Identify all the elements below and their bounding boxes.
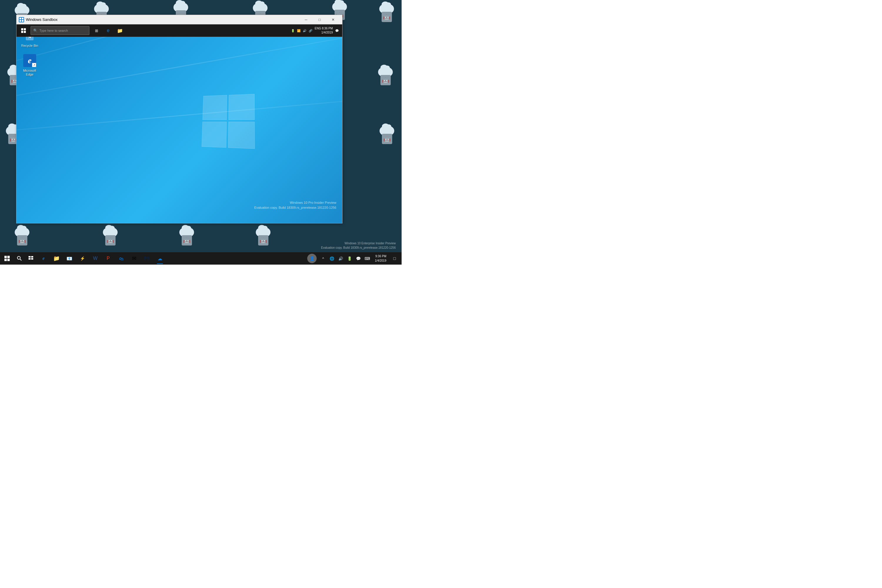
outer-outlook-icon[interactable]: 📧 xyxy=(63,252,76,265)
sandbox-tray-notification: 💬 xyxy=(335,29,339,32)
svg-rect-15 xyxy=(4,256,7,258)
svg-point-19 xyxy=(17,256,20,259)
outer-avatar[interactable]: 👤 xyxy=(307,254,316,263)
sandbox-window: Windows Sandbox ─ □ ✕ xyxy=(16,15,342,224)
outer-taskbar: e 📁 📧 ⚡ W P 🛍 ✉ PS ☁ 👤 ^ xyxy=(0,252,402,265)
sandbox-task-view[interactable]: ⊞ xyxy=(90,25,102,36)
svg-line-20 xyxy=(20,259,21,261)
svg-rect-18 xyxy=(8,259,10,261)
sandbox-taskbar-explorer[interactable]: 📁 xyxy=(114,25,126,36)
outer-tray-sound[interactable]: 🔊 xyxy=(337,252,345,265)
outer-tray-battery[interactable]: 🔋 xyxy=(345,252,354,265)
svg-rect-2 xyxy=(20,20,21,22)
sandbox-search-placeholder: Type here to search xyxy=(39,29,68,32)
outer-tray-icons: ^ 🌐 🔊 🔋 💬 ⌨ xyxy=(319,252,371,265)
outer-store-icon[interactable]: 🛍 xyxy=(115,252,128,265)
svg-rect-13 xyxy=(21,31,23,33)
outer-tray-input[interactable]: ⌨ xyxy=(363,252,371,265)
sandbox-tray-sound: 🔊 xyxy=(303,29,306,32)
outer-cmd-icon[interactable]: ⚡ xyxy=(76,252,89,265)
outer-edge-icon[interactable]: e xyxy=(37,252,50,265)
character-9 xyxy=(375,68,396,88)
microsoft-edge-label: Microsoft Edge xyxy=(21,69,39,76)
character-13 xyxy=(176,228,197,248)
sandbox-tray-link: 🔗 xyxy=(309,29,312,32)
outer-powershell-icon[interactable]: PS xyxy=(141,252,153,265)
outer-explorer-icon[interactable]: 📁 xyxy=(50,252,63,265)
outer-tray-network[interactable]: 🌐 xyxy=(328,252,336,265)
sandbox-language: ENG 8:36 PM xyxy=(315,27,333,31)
outer-pinned-apps: e 📁 📧 ⚡ W P 🛍 ✉ PS ☁ xyxy=(37,252,166,265)
outer-onedrive-icon[interactable]: ☁ xyxy=(153,252,166,265)
title-bar: Windows Sandbox ─ □ ✕ xyxy=(16,15,342,24)
outer-system-tray: 👤 ^ 🌐 🔊 🔋 💬 ⌨ 9:36 PM 1/4/2019 □ xyxy=(306,252,402,265)
microsoft-edge-icon[interactable]: e ↗ Microsoft Edge xyxy=(20,52,40,78)
windows-logo-sandbox xyxy=(201,94,260,153)
sandbox-date: 1/4/2019 xyxy=(315,31,333,35)
sandbox-desktop: Windows 10 Pro Insider Preview Evaluatio… xyxy=(16,24,342,223)
character-12 xyxy=(100,228,120,248)
svg-rect-24 xyxy=(31,258,33,260)
svg-rect-22 xyxy=(31,256,33,258)
character-11 xyxy=(12,228,32,248)
search-icon: 🔍 xyxy=(33,28,38,33)
title-bar-controls: ─ □ ✕ xyxy=(299,15,340,24)
outer-task-view[interactable] xyxy=(25,252,37,265)
svg-rect-21 xyxy=(28,256,31,258)
svg-rect-12 xyxy=(24,28,26,30)
character-6 xyxy=(376,4,397,25)
svg-rect-14 xyxy=(24,31,26,33)
character-14 xyxy=(253,228,273,248)
outer-start-button[interactable] xyxy=(0,252,14,265)
close-button[interactable]: ✕ xyxy=(326,15,340,24)
sandbox-taskbar-edge[interactable]: e xyxy=(102,25,114,36)
outer-time: 9:36 PM xyxy=(375,254,386,258)
svg-rect-3 xyxy=(22,20,24,22)
svg-rect-11 xyxy=(21,28,23,30)
outer-watermark: Windows 10 Enterprise Insider Preview Ev… xyxy=(321,241,396,250)
svg-rect-16 xyxy=(8,256,10,258)
sandbox-window-icon xyxy=(19,17,24,22)
outer-clock[interactable]: 9:36 PM 1/4/2019 xyxy=(372,254,388,263)
minimize-button[interactable]: ─ xyxy=(299,15,313,24)
outer-date: 1/4/2019 xyxy=(375,258,386,263)
recycle-bin-label: Recycle Bin xyxy=(21,44,38,48)
sandbox-search-box[interactable]: 🔍 Type here to search xyxy=(31,26,89,35)
outer-notification[interactable]: □ xyxy=(390,252,399,265)
outer-tray-expand[interactable]: ^ xyxy=(319,252,327,265)
outer-mail-icon[interactable]: ✉ xyxy=(128,252,141,265)
outer-desktop: Windows 10 Enterprise Insider Preview Ev… xyxy=(0,0,402,265)
sandbox-watermark: Windows 10 Pro Insider Preview Evaluatio… xyxy=(254,200,336,210)
svg-rect-23 xyxy=(28,258,31,260)
svg-rect-0 xyxy=(20,18,21,20)
svg-rect-17 xyxy=(4,259,7,261)
window-title: Windows Sandbox xyxy=(26,17,299,22)
maximize-button[interactable]: □ xyxy=(313,15,326,24)
svg-rect-1 xyxy=(22,18,24,20)
outer-word-icon[interactable]: W xyxy=(89,252,102,265)
sandbox-start-button[interactable] xyxy=(18,25,29,36)
sandbox-tray-network: 📶 xyxy=(297,29,300,32)
sandbox-tray-battery: 🔋 xyxy=(291,29,295,32)
sandbox-clock[interactable]: ENG 8:36 PM 1/4/2019 xyxy=(315,27,333,35)
sandbox-taskbar: 🔍 Type here to search ⊞ e 📁 🔋 📶 🔊 🔗 ENG xyxy=(16,24,342,37)
outer-ppt-icon[interactable]: P xyxy=(102,252,115,265)
character-10 xyxy=(376,126,397,147)
sandbox-system-tray: 🔋 📶 🔊 🔗 ENG 8:36 PM 1/4/2019 💬 xyxy=(291,27,341,35)
outer-tray-chat[interactable]: 💬 xyxy=(354,252,363,265)
outer-search-button[interactable] xyxy=(14,252,25,265)
